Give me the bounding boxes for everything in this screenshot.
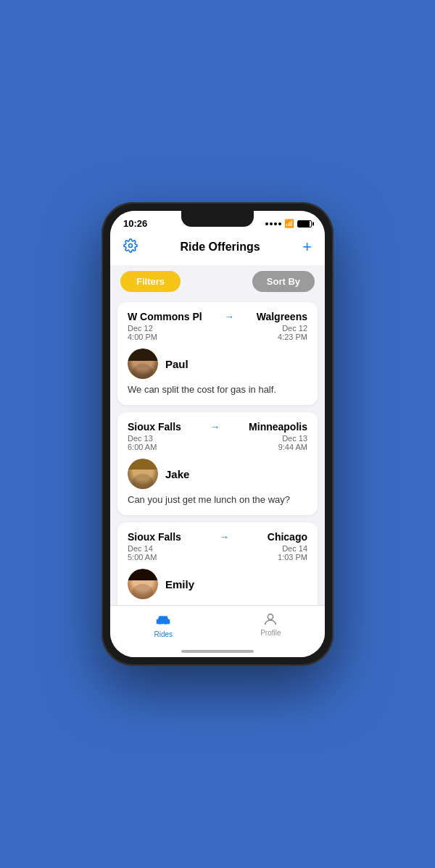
- arrive-time: Dec 12 4:23 PM: [278, 324, 307, 341]
- arrive-date: Dec 14: [282, 544, 307, 553]
- page-title: Ride Offerings: [180, 241, 260, 254]
- ride-card[interactable]: Sioux Falls → Chicago Dec 14 5:00 AM Dec…: [117, 522, 318, 605]
- person-icon: [262, 612, 278, 627]
- route-to: Chicago: [268, 531, 307, 543]
- avatar: [128, 569, 158, 599]
- avatar: [128, 459, 158, 489]
- time-row: Dec 13 6:00 AM Dec 13 9:44 AM: [128, 434, 307, 451]
- arrow-icon: →: [210, 421, 220, 433]
- depart-date: Dec 12: [128, 324, 157, 333]
- filter-row: Filters Sort By: [110, 265, 325, 298]
- svg-point-0: [129, 243, 133, 247]
- tab-bar: Rides Profile: [110, 605, 325, 647]
- driver-row: Paul: [128, 349, 307, 379]
- arrow-icon: →: [219, 531, 229, 543]
- time-row: Dec 14 5:00 AM Dec 14 1:03 PM: [128, 544, 307, 562]
- arrive-val: 9:44 AM: [278, 443, 307, 451]
- route-row: W Commons Pl → Walgreens: [128, 311, 307, 322]
- arrow-icon: →: [224, 311, 234, 322]
- depart-time: Dec 12 4:00 PM: [128, 324, 157, 341]
- profile-tab-label: Profile: [260, 629, 281, 637]
- depart-val: 6:00 AM: [128, 443, 157, 451]
- svg-point-1: [268, 614, 273, 619]
- sort-by-button[interactable]: Sort By: [252, 271, 315, 292]
- tab-rides[interactable]: Rides: [154, 612, 173, 638]
- phone-frame: 10:26 📶 Ri: [102, 202, 334, 666]
- settings-button[interactable]: [122, 237, 139, 258]
- arrive-date: Dec 12: [282, 324, 307, 333]
- car-icon: [154, 612, 172, 629]
- depart-date: Dec 13: [128, 434, 157, 443]
- ride-message: We can split the cost for gas in half.: [128, 383, 307, 396]
- time-row: Dec 12 4:00 PM Dec 12 4:23 PM: [128, 324, 307, 341]
- depart-val: 5:00 AM: [128, 553, 157, 562]
- ride-card[interactable]: Sioux Falls → Minneapolis Dec 13 6:00 AM…: [117, 412, 318, 515]
- home-bar: [181, 650, 254, 653]
- depart-val: 4:00 PM: [128, 333, 157, 341]
- notch: [181, 211, 254, 227]
- depart-time: Dec 14 5:00 AM: [128, 544, 157, 562]
- battery-icon: [297, 220, 312, 228]
- arrive-val: 4:23 PM: [278, 333, 307, 341]
- driver-row: Jake: [128, 459, 307, 489]
- avatar: [128, 349, 158, 379]
- arrive-time: Dec 14 1:03 PM: [278, 544, 307, 562]
- depart-time: Dec 13 6:00 AM: [128, 434, 157, 451]
- ride-card[interactable]: W Commons Pl → Walgreens Dec 12 4:00 PM …: [117, 302, 318, 405]
- driver-name: Paul: [165, 358, 188, 370]
- rides-list: W Commons Pl → Walgreens Dec 12 4:00 PM …: [110, 298, 325, 605]
- wifi-icon: 📶: [284, 219, 294, 228]
- route-from: W Commons Pl: [128, 311, 202, 322]
- arrive-date: Dec 13: [282, 434, 307, 443]
- home-indicator: [110, 647, 325, 657]
- depart-date: Dec 14: [128, 544, 157, 553]
- tab-profile[interactable]: Profile: [260, 612, 281, 638]
- status-icons: 📶: [265, 219, 312, 228]
- filters-button[interactable]: Filters: [120, 271, 181, 292]
- route-row: Sioux Falls → Chicago: [128, 531, 307, 543]
- add-ride-button[interactable]: +: [301, 236, 313, 258]
- status-time: 10:26: [123, 218, 147, 229]
- rides-tab-label: Rides: [154, 630, 173, 638]
- driver-name: Jake: [165, 468, 189, 480]
- ride-message: Can you just get me lunch on the way?: [128, 493, 307, 506]
- route-to: Walgreens: [257, 311, 307, 322]
- phone-screen: 10:26 📶 Ri: [110, 211, 325, 657]
- signal-icon: [265, 222, 281, 225]
- route-row: Sioux Falls → Minneapolis: [128, 421, 307, 433]
- route-to: Minneapolis: [249, 421, 307, 433]
- driver-row: Emily: [128, 569, 307, 599]
- route-from: Sioux Falls: [128, 421, 181, 433]
- driver-name: Emily: [165, 578, 194, 591]
- arrive-val: 1:03 PM: [278, 553, 307, 562]
- arrive-time: Dec 13 9:44 AM: [278, 434, 307, 451]
- nav-header: Ride Offerings +: [110, 232, 325, 265]
- route-from: Sioux Falls: [128, 531, 181, 543]
